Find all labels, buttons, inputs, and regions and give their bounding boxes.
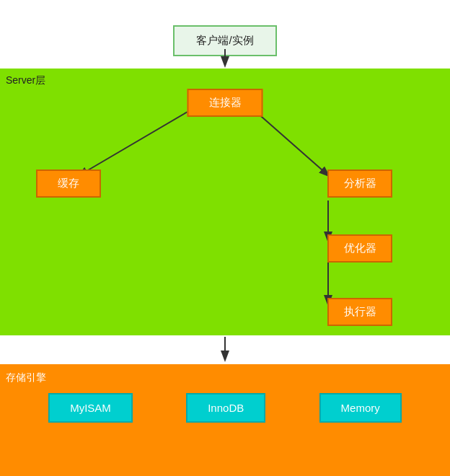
engine-innodb: InnoDB (186, 393, 265, 423)
optimizer-box: 优化器 (327, 234, 392, 263)
server-layer-label: Server层 (6, 74, 45, 87)
storage-engines: MyISAM InnoDB Memory (0, 364, 450, 437)
top-area: 客户端/实例 (0, 0, 450, 69)
server-layer: Server层 连接器 缓存 分析器 (0, 69, 450, 335)
gap-area (0, 335, 450, 364)
executor-label: 执行器 (344, 305, 376, 317)
cache-box: 缓存 (36, 169, 101, 198)
top-arrow-svg (0, 49, 450, 71)
connector-box: 连接器 (188, 89, 263, 117)
cache-label: 缓存 (58, 177, 79, 189)
engine-memory: Memory (319, 393, 402, 423)
analyzer-label: 分析器 (344, 177, 376, 189)
executor-box: 执行器 (327, 298, 392, 326)
gap-arrow-svg (0, 335, 450, 364)
optimizer-label: 优化器 (344, 242, 376, 254)
svg-line-2 (256, 112, 328, 175)
storage-layer-label: 存储引擎 (6, 371, 46, 384)
connector-label: 连接器 (209, 96, 242, 108)
svg-line-1 (79, 112, 188, 175)
engine-myisam: MyISAM (48, 393, 133, 423)
storage-layer: 存储引擎 MyISAM InnoDB Memory (0, 364, 450, 476)
analyzer-box: 分析器 (327, 169, 392, 198)
diagram-container: 客户端/实例 Server层 (0, 0, 450, 476)
client-label: 客户端/实例 (196, 34, 253, 46)
